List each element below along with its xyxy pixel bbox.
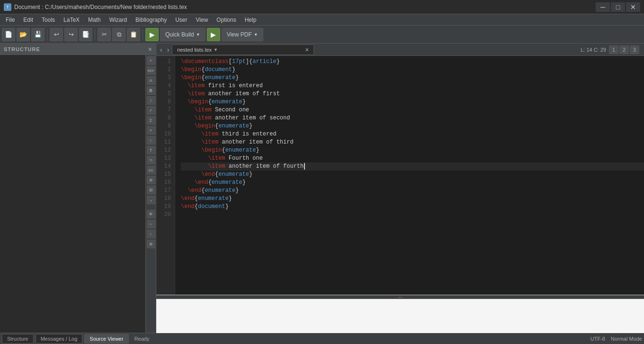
minimize-button[interactable]: ─ <box>596 2 610 12</box>
toolbar: 📄 📂 💾 ↩ ↪ 📑 ✂ ⧉ 📋 ▶ Quick Build ▼ ▶ View… <box>0 26 644 44</box>
st-plus2-btn[interactable]: ⊕ <box>147 176 155 184</box>
editor-area: ‹ › nested lists.tex ▼ × L: 14 C: 29 1 2… <box>156 44 644 333</box>
run-button[interactable]: ▶ <box>207 28 220 41</box>
ready-status: Ready <box>134 336 150 342</box>
sep3 <box>143 29 143 40</box>
view2-button[interactable]: 2 <box>619 45 629 54</box>
st-updown-btn[interactable]: ↕ <box>147 136 155 145</box>
paste-button[interactable]: 📋 <box>127 28 140 41</box>
structure-header: STRUCTURE × <box>0 44 156 55</box>
app-icon: T <box>4 3 11 11</box>
st-circle-x-btn[interactable]: ⊗ <box>147 240 155 248</box>
structure-content <box>0 55 145 333</box>
encoding-status: UTF-8 <box>590 336 605 342</box>
redo-button[interactable]: ↪ <box>64 28 78 41</box>
menu-user[interactable]: User <box>171 16 191 24</box>
editor-tab[interactable]: nested lists.tex ▼ × <box>172 45 314 55</box>
st-b-btn[interactable]: B <box>147 86 155 95</box>
bottom-split-area: ▬ <box>156 295 644 333</box>
title-bar: T Document : C:/Users/mahesh/Documents/N… <box>0 0 644 14</box>
menu-tools[interactable]: Tools <box>38 16 59 24</box>
menu-help[interactable]: Help <box>241 16 260 24</box>
build-dropdown-arrow: ▼ <box>196 32 200 37</box>
structure-sidebar-toolbar: + REF A B i ✓ Σ × ↕ T TI AS ⊕ ⊞ ⌄ 👁 › ‹ … <box>145 55 156 333</box>
menu-math[interactable]: Math <box>84 16 105 24</box>
st-as-btn[interactable]: AS <box>147 166 155 174</box>
new-button[interactable]: 📄 <box>2 28 15 41</box>
menu-bibliography[interactable]: Bibliography <box>132 16 170 24</box>
view1-button[interactable]: 1 <box>609 45 618 54</box>
structure-close-button[interactable]: × <box>148 45 152 53</box>
copy-button[interactable]: ⧉ <box>112 28 125 41</box>
st-add-btn[interactable]: + <box>147 56 155 65</box>
maximize-button[interactable]: □ <box>611 2 625 12</box>
menu-latex[interactable]: LaTeX <box>60 16 83 24</box>
menu-bar: File Edit Tools LaTeX Math Wizard Biblio… <box>0 14 644 26</box>
title-bar-left: T Document : C:/Users/mahesh/Documents/N… <box>4 3 187 11</box>
compile-run-button[interactable]: ▶ <box>145 28 159 41</box>
st-eye-btn[interactable]: 👁 <box>147 210 155 218</box>
st-i-btn[interactable]: i <box>147 96 155 105</box>
st-chevron-left-btn[interactable]: ‹ <box>147 230 155 238</box>
code-content-area[interactable]: \documentclass[17pt]{article} \begin{doc… <box>175 56 644 295</box>
tab-dropdown-arrow[interactable]: ▼ <box>214 47 218 52</box>
editor-tab-bar: ‹ › nested lists.tex ▼ × L: 14 C: 29 1 2… <box>156 44 644 56</box>
st-x-btn[interactable]: × <box>147 126 155 135</box>
structure-tab[interactable]: Structure <box>2 334 34 344</box>
st-ref-btn[interactable]: REF <box>147 66 155 75</box>
window-controls: ─ □ ✕ <box>596 2 640 12</box>
st-ti-btn[interactable]: TI <box>147 156 155 164</box>
status-bar: Structure Messages / Log Source Viewer R… <box>0 333 644 344</box>
tab-close-button[interactable]: × <box>305 46 309 54</box>
structure-panel: STRUCTURE × + REF A B i ✓ Σ × ↕ T TI AS … <box>0 44 156 333</box>
view3-button[interactable]: 3 <box>630 45 639 54</box>
undo-button[interactable]: ↩ <box>50 28 63 41</box>
code-editor[interactable]: 12345 678910 1112131415 1617181920 \docu… <box>156 56 644 295</box>
tab-nav-prev[interactable]: ‹ <box>158 46 164 54</box>
viewpdf-dropdown-arrow: ▼ <box>254 32 258 37</box>
line-col-indicator: L: 14 C: 29 <box>581 47 606 53</box>
sep1 <box>47 29 47 40</box>
menu-edit[interactable]: Edit <box>19 16 37 24</box>
window-title: Document : C:/Users/mahesh/Documents/New… <box>14 4 187 10</box>
close-button[interactable]: ✕ <box>626 2 640 12</box>
st-chevron-right-btn[interactable]: › <box>147 220 155 228</box>
menu-options[interactable]: Options <box>213 16 240 24</box>
st-a-btn[interactable]: A <box>147 76 155 85</box>
view-buttons: 1 2 3 <box>609 45 639 54</box>
cut-button[interactable]: ✂ <box>98 28 111 41</box>
view-pdf-button[interactable]: View PDF ▼ <box>222 28 263 41</box>
doc-button[interactable]: 📑 <box>79 28 92 41</box>
st-check-btn[interactable]: ✓ <box>147 106 155 115</box>
menu-view[interactable]: View <box>192 16 212 24</box>
sep2 <box>95 29 95 40</box>
tab-filename: nested lists.tex <box>177 47 212 53</box>
line-numbers: 12345 678910 1112131415 1617181920 <box>156 56 175 295</box>
mode-status: Normal Mode <box>611 336 642 342</box>
source-viewer-tab[interactable]: Source Viewer <box>84 334 128 344</box>
structure-title: STRUCTURE <box>4 46 40 52</box>
st-grid-btn[interactable]: ⊞ <box>147 186 155 194</box>
structure-body: + REF A B i ✓ Σ × ↕ T TI AS ⊕ ⊞ ⌄ 👁 › ‹ … <box>0 55 156 333</box>
open-button[interactable]: 📂 <box>17 28 30 41</box>
st-t-btn[interactable]: T <box>147 146 155 154</box>
save-button[interactable]: 💾 <box>31 28 45 41</box>
menu-file[interactable]: File <box>2 16 18 24</box>
st-sum-btn[interactable]: Σ <box>147 116 155 125</box>
menu-wizard[interactable]: Wizard <box>106 16 131 24</box>
tab-nav-next[interactable]: › <box>165 46 171 54</box>
messages-log-tab[interactable]: Messages / Log <box>36 334 83 344</box>
quick-build-button[interactable]: Quick Build ▼ <box>160 28 206 41</box>
st-expand-btn[interactable]: ⌄ <box>147 196 155 204</box>
